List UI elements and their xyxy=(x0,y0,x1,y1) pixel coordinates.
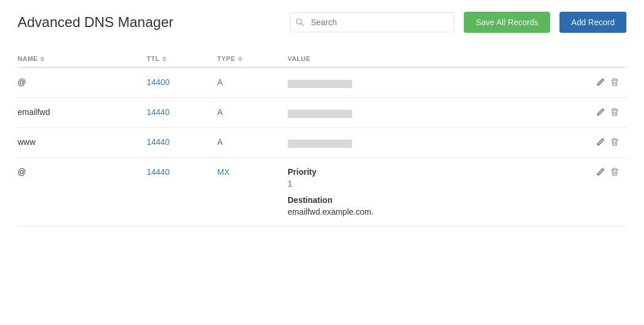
value-bar xyxy=(288,110,352,118)
search-wrapper xyxy=(290,12,454,32)
mx-priority-label: Priority xyxy=(288,167,578,177)
cell-value xyxy=(288,67,585,98)
cell-type: A xyxy=(217,128,288,158)
delete-icon[interactable] xyxy=(610,107,619,117)
sort-icon-type[interactable] xyxy=(238,56,242,62)
cell-type: A xyxy=(217,67,288,98)
cell-ttl: 14400 xyxy=(147,67,217,98)
value-bar xyxy=(288,140,352,148)
cell-ttl: 14440 xyxy=(147,128,217,158)
cell-name: www xyxy=(18,128,147,158)
action-buttons xyxy=(585,107,619,117)
mx-dest-value: emailfwd.example.com. xyxy=(288,207,578,216)
action-buttons xyxy=(585,167,619,177)
value-bar xyxy=(288,80,352,88)
cell-value xyxy=(288,128,585,158)
cell-name: emailfwd xyxy=(18,98,147,128)
delete-icon[interactable] xyxy=(610,167,619,177)
edit-icon[interactable] xyxy=(596,107,605,117)
action-buttons xyxy=(585,77,619,87)
page-container: Advanced DNS Manager Save All Records Ad… xyxy=(0,0,644,325)
cell-actions xyxy=(585,128,626,158)
page-title: Advanced DNS Manager xyxy=(18,14,173,31)
table-row: @14440MXPriority1Destinationemailfwd.exa… xyxy=(18,158,626,226)
action-buttons xyxy=(585,137,619,147)
col-header-name: NAME xyxy=(18,50,147,67)
cell-type: A xyxy=(217,98,288,128)
cell-actions xyxy=(585,98,626,128)
search-input[interactable] xyxy=(290,12,454,32)
delete-icon[interactable] xyxy=(610,137,619,147)
sort-icon-name[interactable] xyxy=(40,56,45,62)
edit-icon[interactable] xyxy=(596,167,605,177)
edit-icon[interactable] xyxy=(596,137,605,147)
dns-table: NAME TTL xyxy=(18,50,626,226)
header: Advanced DNS Manager Save All Records Ad… xyxy=(18,12,626,33)
table-header-row: NAME TTL xyxy=(18,50,626,67)
cell-name: @ xyxy=(18,67,147,98)
search-icon xyxy=(296,18,304,26)
svg-rect-2 xyxy=(611,80,618,80)
cell-ttl: 14440 xyxy=(147,98,217,128)
table-row: www14440A xyxy=(18,128,626,158)
table-row: @14400A xyxy=(18,67,626,98)
cell-value: Priority1Destinationemailfwd.example.com… xyxy=(288,158,585,226)
add-record-button[interactable]: Add Record xyxy=(559,12,626,33)
col-header-value: VALUE xyxy=(288,50,585,67)
cell-value xyxy=(288,98,585,128)
svg-line-1 xyxy=(301,23,304,26)
col-header-ttl: TTL xyxy=(147,50,217,67)
svg-rect-8 xyxy=(611,140,618,140)
cell-actions xyxy=(585,67,626,98)
save-all-records-button[interactable]: Save All Records xyxy=(464,12,550,33)
delete-icon[interactable] xyxy=(610,77,619,87)
sort-icon-ttl[interactable] xyxy=(162,56,167,62)
table-row: emailfwd14440A xyxy=(18,98,626,128)
col-header-actions xyxy=(585,50,626,67)
cell-actions xyxy=(585,158,626,226)
edit-icon[interactable] xyxy=(596,77,605,87)
mx-dest-label: Destination xyxy=(288,195,578,205)
cell-ttl: 14440 xyxy=(147,158,217,226)
col-header-type: TYPE xyxy=(217,50,288,67)
svg-rect-5 xyxy=(611,110,618,110)
mx-priority-value: 1 xyxy=(288,179,578,188)
cell-type: MX xyxy=(217,158,288,226)
svg-rect-11 xyxy=(611,170,618,170)
cell-name: @ xyxy=(18,158,147,226)
